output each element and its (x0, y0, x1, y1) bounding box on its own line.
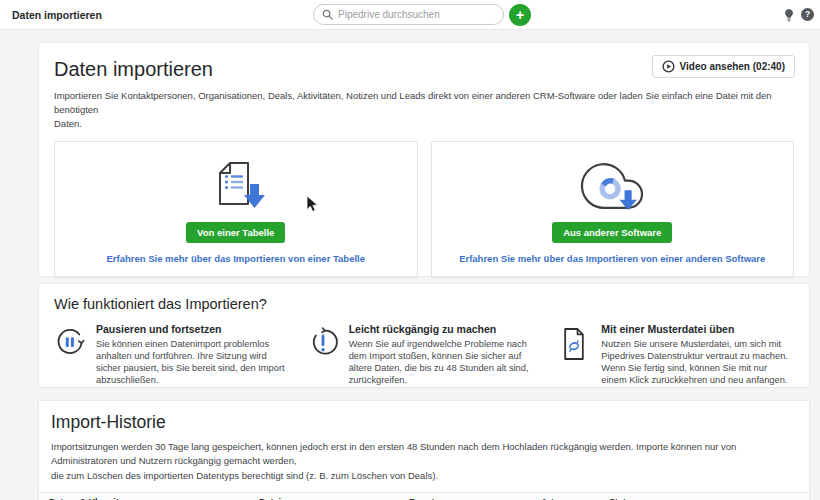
card-import-from-spreadsheet: Von einer Tabelle Erfahren Sie mehr über… (54, 141, 418, 278)
page-description: Importieren Sie Kontaktpersonen, Organis… (54, 89, 794, 130)
play-icon (662, 60, 675, 73)
quick-add-button[interactable]: + (509, 4, 531, 26)
feature-title: Pausieren und fortsetzen (96, 323, 289, 335)
spreadsheet-learn-more-link[interactable]: Erfahren Sie mehr über das Importieren v… (106, 253, 365, 264)
cloud-download-icon (432, 150, 794, 222)
undo-alert-icon (307, 325, 339, 365)
tips-button[interactable] (783, 8, 795, 26)
feature-text-block: Mit einer Musterdatei üben Nutzen Sie un… (601, 323, 794, 386)
watch-video-label: Video ansehen (02:40) (680, 61, 785, 72)
feature-text: Nutzen Sie unsere Musterdatei, um sich m… (601, 338, 794, 386)
watch-video-button[interactable]: Video ansehen (02:40) (652, 55, 795, 78)
feature-title: Leicht rückgängig zu machen (349, 323, 542, 335)
how-it-works-section: Wie funktioniert das Importieren? Pausie… (38, 283, 810, 388)
import-history-title: Import-Historie (51, 412, 809, 433)
lightbulb-icon (783, 8, 795, 23)
feature-sample-file: Mit einer Musterdatei üben Nutzen Sie un… (559, 323, 794, 386)
pause-resume-icon (54, 325, 86, 365)
feature-easy-undo: Leicht rückgängig zu machen Wenn Sie auf… (307, 323, 542, 386)
sample-file-icon (559, 325, 591, 367)
spreadsheet-download-icon (55, 150, 417, 222)
feature-pause-resume: Pausieren und fortsetzen Sie können eine… (54, 323, 289, 386)
card-import-from-software: Aus anderer Software Erfahren Sie mehr ü… (431, 141, 795, 278)
how-it-works-title: Wie funktioniert das Importieren? (54, 296, 794, 312)
top-bar: Daten importieren + ? (0, 0, 820, 30)
search-input[interactable] (338, 9, 488, 20)
import-history-table-header: Datum & Uhrzeit Dateiname Benutzer Art S… (39, 492, 809, 500)
feature-text-block: Leicht rückgängig zu machen Wenn Sie auf… (349, 323, 542, 386)
import-option-cards: Von einer Tabelle Erfahren Sie mehr über… (54, 141, 794, 278)
feature-title: Mit einer Musterdatei üben (601, 323, 794, 335)
import-section: Daten importieren Video ansehen (02:40) … (38, 42, 810, 277)
search-icon (322, 9, 333, 20)
window-title: Daten importieren (12, 9, 102, 21)
feature-text: Sie können einen Datenimport problemlos … (96, 338, 289, 386)
feature-text-block: Pausieren und fortsetzen Sie können eine… (96, 323, 289, 386)
from-spreadsheet-button[interactable]: Von einer Tabelle (186, 222, 285, 243)
software-learn-more-link[interactable]: Erfahren Sie mehr über das Importieren v… (459, 253, 765, 264)
help-icon[interactable]: ? (801, 8, 814, 21)
from-software-button[interactable]: Aus anderer Software (552, 222, 672, 243)
import-history-description: Importsitzungen werden 30 Tage lang gesp… (51, 440, 797, 483)
global-search[interactable] (313, 4, 504, 25)
feature-text: Wenn Sie auf irgendwelche Probleme nach … (349, 338, 542, 386)
import-history-section: Import-Historie Importsitzungen werden 3… (38, 400, 810, 500)
